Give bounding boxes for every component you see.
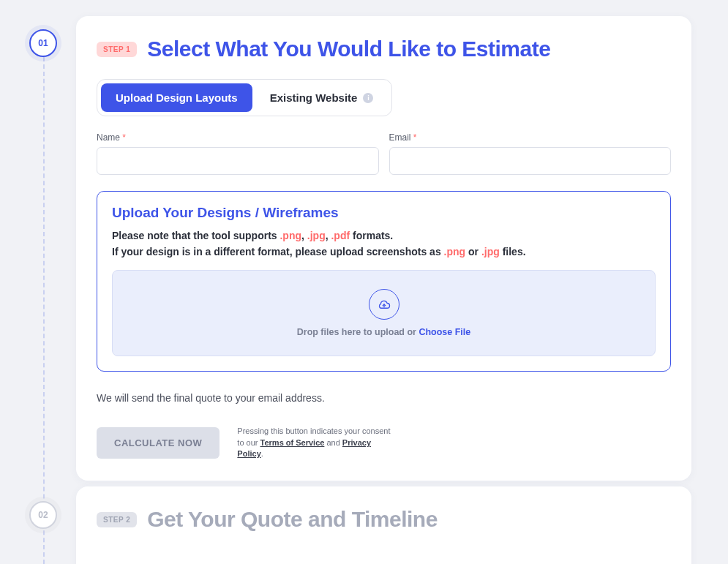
contact-form-row: Name * Email * — [97, 132, 671, 175]
consent-line2-prefix: to our — [237, 438, 260, 447]
timeline: 01 02 — [29, 29, 59, 564]
consent-and: and — [324, 438, 342, 447]
consent-period: . — [261, 449, 263, 458]
required-star: * — [413, 132, 417, 143]
action-row: Calculate Now Pressing this button indic… — [97, 426, 671, 459]
note-suffix: formats. — [350, 230, 393, 241]
step1-heading-row: STEP 1 Select What You Would Like to Est… — [97, 37, 671, 61]
step-number-2: 02 — [38, 510, 48, 520]
step-circle-1: 01 — [29, 29, 57, 57]
email-field-col: Email * — [389, 132, 672, 175]
ext-pdf: .pdf — [331, 230, 350, 241]
note2-or: or — [465, 246, 481, 257]
step1-card: STEP 1 Select What You Would Like to Est… — [76, 16, 691, 481]
note2-prefix: If your design is in a different format,… — [112, 246, 444, 257]
tab-upload-design[interactable]: Upload Design Layouts — [101, 83, 252, 112]
step2-heading: Get Your Quote and Timeline — [147, 507, 438, 532]
email-label: Email * — [389, 132, 672, 143]
step-circle-2: 02 — [29, 501, 57, 529]
note2-suffix: files. — [500, 246, 526, 257]
step2-heading-row: STEP 2 Get Your Quote and Timeline — [97, 507, 671, 532]
choose-file-link[interactable]: Choose File — [419, 327, 470, 337]
name-field-col: Name * — [97, 132, 379, 175]
consent-text: Pressing this button indicates your cons… — [237, 426, 391, 459]
upload-box: Upload Your Designs / Wireframes Please … — [97, 191, 671, 372]
tab-existing-label: Existing Website — [270, 91, 358, 104]
step2-badge: STEP 2 — [97, 512, 137, 527]
upload-title: Upload Your Designs / Wireframes — [112, 205, 656, 221]
note-prefix: Please note that the tool supports — [112, 230, 279, 241]
name-label: Name * — [97, 132, 379, 143]
ext-png: .png — [279, 230, 301, 241]
cloud-upload-icon — [369, 289, 399, 320]
email-input[interactable] — [389, 147, 672, 175]
timeline-line — [43, 57, 45, 564]
drop-zone[interactable]: Drop files here to upload or Choose File — [112, 270, 656, 356]
info-icon: i — [363, 93, 373, 103]
name-label-text: Name — [97, 132, 120, 143]
estimate-type-tabs: Upload Design Layouts Existing Website i — [97, 79, 392, 116]
email-note: We will send the final quote to your ema… — [97, 392, 671, 404]
step1-heading: Select What You Would Like to Estimate — [147, 37, 550, 61]
step-number-1: 01 — [38, 38, 48, 48]
comma1: , — [301, 230, 307, 241]
ext-jpg2: .jpg — [481, 246, 500, 257]
drop-text: Drop files here to upload or Choose File — [297, 327, 471, 337]
ext-jpg: .jpg — [307, 230, 326, 241]
name-input[interactable] — [97, 147, 379, 175]
drop-text-prefix: Drop files here to upload or — [297, 327, 419, 337]
tab-upload-label: Upload Design Layouts — [116, 91, 238, 104]
step1-badge: STEP 1 — [97, 42, 137, 57]
calculate-button[interactable]: Calculate Now — [97, 427, 219, 459]
email-label-text: Email — [389, 132, 411, 143]
terms-link[interactable]: Terms of Service — [260, 438, 325, 447]
upload-note: Please note that the tool supports .png,… — [112, 228, 656, 260]
consent-line1: Pressing this button indicates your cons… — [237, 426, 390, 435]
required-star: * — [122, 132, 126, 143]
tab-existing-website[interactable]: Existing Website i — [255, 83, 389, 112]
ext-png2: .png — [444, 246, 466, 257]
step2-card: STEP 2 Get Your Quote and Timeline — [76, 486, 691, 564]
